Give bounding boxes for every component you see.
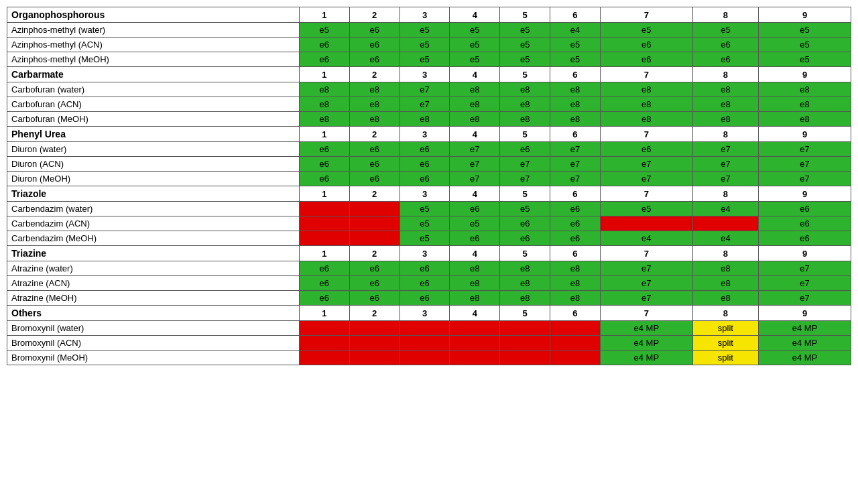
cell: e8 (550, 82, 601, 97)
table-row: Atrazine (MeOH)e6e6e6e8e8e8e7e8e7 (7, 291, 851, 306)
main-table: Organophosphorous123456789Azinphos-methy… (7, 7, 851, 365)
cell: e8 (759, 82, 851, 97)
cell: e5 (500, 202, 550, 216)
cell: e7 (600, 157, 692, 172)
cell: e7 (692, 157, 758, 172)
column-number: 1 (299, 306, 349, 321)
group-header-row: Organophosphorous123456789 (7, 7, 851, 23)
group-header-row: Phenyl Urea123456789 (7, 127, 851, 142)
cell: e5 (450, 52, 500, 67)
cell: e7 (600, 172, 692, 186)
cell: e6 (400, 291, 450, 306)
cell: e8 (500, 82, 550, 97)
column-number: 4 (450, 7, 500, 23)
column-number: 6 (550, 246, 601, 261)
cell: e8 (692, 276, 758, 291)
cell: e6 (349, 172, 400, 186)
row-label: Bromoxynil (water) (7, 321, 300, 336)
cell: e6 (600, 38, 692, 52)
cell: e5 (400, 202, 450, 216)
cell: e7 (759, 172, 851, 186)
table-row: Azinphos-methyl (MeOH)e6e6e5e5e5e5e6e6e5 (7, 52, 851, 67)
cell: e6 (299, 142, 349, 157)
cell: e7 (550, 157, 601, 172)
cell: split (692, 321, 758, 336)
column-number: 7 (600, 7, 692, 23)
cell: e6 (500, 142, 550, 157)
cell: e8 (500, 97, 550, 112)
cell: e5 (400, 23, 450, 38)
column-number: 9 (759, 7, 851, 23)
cell: e6 (500, 216, 550, 231)
cell: e4 (692, 231, 758, 246)
cell: e6 (759, 231, 851, 246)
table-row: Azinphos-methyl (water)e5e6e5e5e5e4e5e5e… (7, 23, 851, 38)
column-number: 1 (299, 127, 349, 142)
cell: e8 (759, 112, 851, 127)
cell (400, 351, 450, 365)
table-row: Carbendazim (MeOH)e5e6e6e6e4e4e6 (7, 231, 851, 246)
column-number: 7 (600, 186, 692, 202)
cell: e6 (400, 157, 450, 172)
cell (500, 321, 550, 336)
cell: e8 (500, 276, 550, 291)
cell: e8 (400, 112, 450, 127)
table-row: Bromoxynil (water)e4 MPsplite4 MP (7, 321, 851, 336)
cell: e6 (550, 231, 601, 246)
cell: e8 (299, 112, 349, 127)
row-label: Carbendazim (ACN) (7, 216, 300, 231)
column-number: 5 (500, 306, 550, 321)
cell: e5 (400, 38, 450, 52)
cell: e5 (550, 38, 601, 52)
cell (450, 351, 500, 365)
cell: e5 (400, 231, 450, 246)
row-label: Carbofuran (MeOH) (7, 112, 300, 127)
column-number: 7 (600, 246, 692, 261)
cell (299, 321, 349, 336)
cell: e8 (500, 112, 550, 127)
column-number: 5 (500, 127, 550, 142)
cell: e8 (600, 112, 692, 127)
cell: e7 (759, 276, 851, 291)
row-label: Diuron (MeOH) (7, 172, 300, 186)
group-label: Others (7, 306, 300, 321)
cell: e5 (450, 216, 500, 231)
column-number: 3 (400, 127, 450, 142)
cell: e5 (550, 52, 601, 67)
cell: e8 (450, 261, 500, 276)
cell (299, 202, 349, 216)
cell: e4 MP (759, 336, 851, 351)
column-number: 5 (500, 186, 550, 202)
cell: e6 (400, 276, 450, 291)
cell: e7 (550, 142, 601, 157)
table-row: Azinphos-methyl (ACN)e6e6e5e5e5e5e6e6e5 (7, 38, 851, 52)
cell: e6 (692, 38, 758, 52)
column-number: 6 (550, 306, 601, 321)
group-label: Triazole (7, 186, 300, 202)
cell: e5 (400, 52, 450, 67)
cell: e5 (450, 38, 500, 52)
column-number: 4 (450, 306, 500, 321)
cell: e8 (349, 82, 400, 97)
table-row: Diuron (ACN)e6e6e6e7e7e7e7e7e7 (7, 157, 851, 172)
table-row: Bromoxynil (MeOH)e4 MPsplite4 MP (7, 351, 851, 365)
cell: e7 (500, 157, 550, 172)
cell: split (692, 351, 758, 365)
column-number: 8 (692, 306, 758, 321)
row-label: Carbendazim (MeOH) (7, 231, 300, 246)
cell: e5 (400, 216, 450, 231)
row-label: Azinphos-methyl (ACN) (7, 38, 300, 52)
cell (349, 216, 400, 231)
column-number: 5 (500, 67, 550, 82)
column-number: 7 (600, 306, 692, 321)
group-header-row: Others123456789 (7, 306, 851, 321)
cell: e7 (600, 291, 692, 306)
row-label: Atrazine (MeOH) (7, 291, 300, 306)
table-row: Carbendazim (water)e5e6e5e6e5e4e6 (7, 202, 851, 216)
cell: e6 (299, 38, 349, 52)
cell: e4 (550, 23, 601, 38)
cell: e4 (692, 202, 758, 216)
cell: e6 (600, 52, 692, 67)
cell: e8 (759, 97, 851, 112)
column-number: 4 (450, 67, 500, 82)
